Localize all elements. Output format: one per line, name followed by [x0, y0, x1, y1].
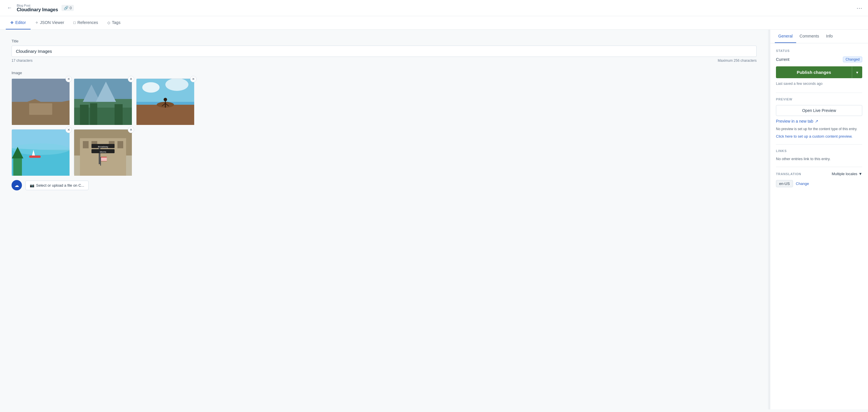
tab-editor-label: Editor: [15, 20, 26, 25]
tab-editor[interactable]: ✥ Editor: [6, 16, 31, 29]
image-card-5: ✕ Broadway: [74, 129, 132, 176]
svg-rect-1: [12, 79, 69, 102]
svg-rect-44: [100, 157, 101, 166]
image-placeholder-2: [74, 79, 132, 125]
title-input[interactable]: [11, 45, 756, 57]
svg-text:Morris: Morris: [100, 151, 106, 153]
tags-icon: ◇: [107, 21, 110, 25]
upload-row: ☁ 📷 Select or upload a file on C...: [11, 180, 756, 190]
status-section: STATUS Current Changed Publish changes ▾…: [776, 49, 862, 86]
change-locale-button[interactable]: Change: [796, 182, 809, 186]
status-label: Current: [776, 57, 789, 62]
breadcrumb: Blog Post Cloudinary Images: [17, 4, 58, 12]
image-card-2: ✕: [74, 78, 132, 125]
link-icon: 🔗: [64, 6, 68, 10]
svg-rect-11: [90, 103, 97, 125]
svg-rect-35: [83, 141, 89, 148]
image-card-1: ✕: [11, 78, 69, 125]
references-icon: □: [73, 21, 75, 25]
image-placeholder-1: [12, 79, 69, 125]
no-links-message: No other entries link to this entry.: [776, 157, 862, 161]
preview-section-title: PREVIEW: [776, 97, 862, 101]
json-icon: ✧: [35, 21, 38, 25]
page-title: Cloudinary Images: [17, 7, 58, 12]
svg-rect-46: [101, 158, 107, 158]
preview-note: No preview is set up for the content typ…: [776, 126, 862, 132]
multiple-locales-button[interactable]: Multiple locales ▼: [832, 172, 862, 176]
svg-rect-10: [80, 105, 89, 125]
char-count: 17 characters: [11, 59, 33, 63]
svg-rect-48: [101, 160, 107, 161]
image-placeholder-3: [136, 79, 194, 125]
tab-tags[interactable]: ◇ Tags: [103, 16, 125, 29]
svg-rect-4: [29, 103, 52, 115]
svg-rect-47: [101, 159, 107, 160]
content-area: Title 17 characters Maximum 256 characte…: [0, 30, 768, 409]
publish-button[interactable]: Publish changes: [776, 66, 852, 78]
upload-button[interactable]: 📷 Select or upload a file on C...: [25, 181, 89, 190]
image-close-2[interactable]: ✕: [128, 76, 134, 82]
links-section-title: LINKS: [776, 149, 862, 153]
open-live-preview-button[interactable]: Open Live Preview: [776, 105, 862, 116]
char-count-row: 17 characters Maximum 256 characters: [11, 59, 756, 63]
sidebar-tab-comments[interactable]: Comments: [796, 30, 823, 43]
status-row: Current Changed: [776, 57, 862, 62]
image-card-3: ✕: [136, 78, 194, 125]
link-badge[interactable]: 🔗 0: [61, 5, 74, 11]
max-chars: Maximum 256 characters: [718, 59, 756, 63]
svg-rect-12: [115, 104, 123, 125]
preview-new-tab-label: Preview in a new tab: [776, 119, 813, 124]
image-field: Image ✕ ✕: [11, 71, 756, 190]
divider-2: [776, 144, 862, 145]
top-bar-left: ← Blog Post Cloudinary Images 🔗 0: [6, 4, 74, 12]
last-saved-text: Last saved a few seconds ago: [776, 82, 862, 86]
svg-point-15: [142, 82, 160, 93]
publish-btn-group: Publish changes ▾: [776, 66, 862, 78]
svg-rect-30: [13, 158, 22, 176]
divider-3: [776, 167, 862, 167]
status-section-title: STATUS: [776, 49, 862, 53]
sidebar: General Comments Info STATUS Current Cha…: [770, 30, 868, 409]
sidebar-tab-nav: General Comments Info: [770, 30, 868, 43]
preview-section: PREVIEW Open Live Preview Preview in a n…: [776, 97, 862, 138]
tab-json[interactable]: ✧ JSON Viewer: [31, 16, 69, 29]
svg-rect-17: [136, 105, 194, 125]
image-grid-row1: ✕ ✕: [11, 78, 756, 125]
locale-row: en-US Change: [776, 180, 862, 187]
image-close-4[interactable]: ✕: [65, 127, 72, 133]
image-close-5[interactable]: ✕: [128, 127, 134, 133]
svg-point-19: [164, 98, 167, 101]
preview-new-tab-link[interactable]: Preview in a new tab ↗: [776, 119, 862, 124]
tab-references-label: References: [78, 20, 98, 25]
links-section: LINKS No other entries link to this entr…: [776, 149, 862, 161]
locale-badge: en-US: [776, 180, 793, 187]
image-close-1[interactable]: ✕: [65, 76, 72, 82]
link-count: 0: [69, 6, 71, 10]
image-placeholder-4: [12, 130, 69, 176]
translation-header: TRANSLATION Multiple locales ▼: [776, 172, 862, 176]
more-options-button[interactable]: ⋯: [857, 5, 862, 11]
svg-point-16: [165, 79, 188, 91]
top-bar: ← Blog Post Cloudinary Images 🔗 0 ⋯: [0, 0, 868, 16]
tab-references[interactable]: □ References: [69, 16, 102, 29]
setup-preview-link[interactable]: Click here to set up a custom content pr…: [776, 134, 852, 138]
divider-1: [776, 93, 862, 93]
main-layout: Title 17 characters Maximum 256 characte…: [0, 30, 868, 409]
breadcrumb-type: Blog Post: [17, 4, 58, 7]
image-placeholder-5: Broadway Morris: [74, 130, 132, 176]
translation-section: TRANSLATION Multiple locales ▼ en-US Cha…: [776, 172, 862, 187]
image-close-3[interactable]: ✕: [190, 76, 196, 82]
title-label: Title: [11, 39, 756, 43]
external-link-icon: ↗: [815, 119, 818, 124]
tab-json-label: JSON Viewer: [40, 20, 64, 25]
tab-navigation: ✥ Editor ✧ JSON Viewer □ References ◇ Ta…: [0, 16, 868, 30]
svg-rect-28: [29, 156, 41, 158]
back-button[interactable]: ←: [6, 4, 13, 12]
publish-chevron-button[interactable]: ▾: [852, 66, 862, 78]
sidebar-content: STATUS Current Changed Publish changes ▾…: [770, 43, 868, 200]
sidebar-tab-general[interactable]: General: [775, 30, 796, 43]
sidebar-tab-info[interactable]: Info: [823, 30, 836, 43]
title-field: Title 17 characters Maximum 256 characte…: [11, 39, 756, 63]
image-card-4: ✕: [11, 129, 69, 176]
image-label: Image: [11, 71, 756, 75]
